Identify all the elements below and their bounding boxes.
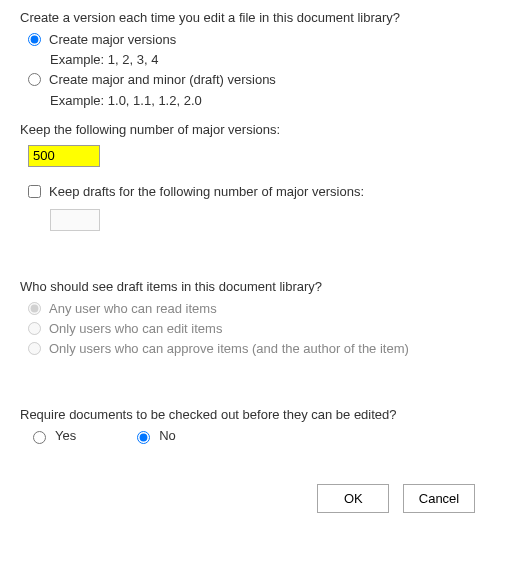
option-approve-label: Only users who can approve items (and th…	[49, 340, 409, 358]
option-edit-label: Only users who can edit items	[49, 320, 222, 338]
checkout-yes-row[interactable]: Yes	[28, 428, 76, 444]
keep-major-label: Keep the following number of major versi…	[20, 122, 495, 137]
versioning-section: Create a version each time you edit a fi…	[20, 10, 495, 231]
keep-drafts-row[interactable]: Keep drafts for the following number of …	[28, 183, 495, 201]
versioning-question: Create a version each time you edit a fi…	[20, 10, 495, 25]
draft-security-question: Who should see draft items in this docum…	[20, 279, 495, 294]
keep-drafts-input	[50, 209, 100, 231]
option-edit-row: Only users who can edit items	[28, 320, 495, 338]
radio-any-user	[28, 302, 41, 315]
checkout-no-label: No	[159, 428, 176, 443]
keep-drafts-label: Keep drafts for the following number of …	[49, 183, 364, 201]
cancel-button[interactable]: Cancel	[403, 484, 475, 513]
option-major-label: Create major versions	[49, 31, 176, 49]
option-minor-label: Create major and minor (draft) versions	[49, 71, 276, 89]
radio-checkout-no[interactable]	[137, 431, 150, 444]
radio-edit-users	[28, 322, 41, 335]
option-minor-row[interactable]: Create major and minor (draft) versions	[28, 71, 495, 89]
ok-button[interactable]: OK	[317, 484, 389, 513]
checkout-section: Require documents to be checked out befo…	[20, 407, 495, 444]
radio-minor-versions[interactable]	[28, 73, 41, 86]
checkout-no-row[interactable]: No	[132, 428, 176, 444]
checkout-question: Require documents to be checked out befo…	[20, 407, 495, 422]
draft-security-section: Who should see draft items in this docum…	[20, 279, 495, 359]
option-any-label: Any user who can read items	[49, 300, 217, 318]
keep-major-input[interactable]	[28, 145, 100, 167]
button-bar: OK Cancel	[20, 484, 495, 513]
option-any-row: Any user who can read items	[28, 300, 495, 318]
radio-checkout-yes[interactable]	[33, 431, 46, 444]
radio-major-versions[interactable]	[28, 33, 41, 46]
example-minor: Example: 1.0, 1.1, 1.2, 2.0	[50, 92, 495, 110]
checkout-yes-label: Yes	[55, 428, 76, 443]
checkbox-keep-drafts[interactable]	[28, 185, 41, 198]
option-approve-row: Only users who can approve items (and th…	[28, 340, 495, 358]
radio-approve-users	[28, 342, 41, 355]
example-major: Example: 1, 2, 3, 4	[50, 51, 495, 69]
option-major-row[interactable]: Create major versions	[28, 31, 495, 49]
